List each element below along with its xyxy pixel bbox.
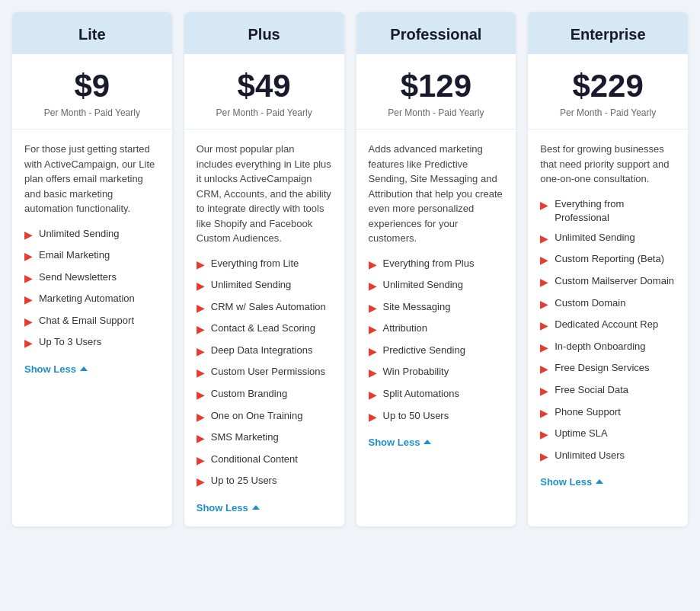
feature-item-professional-5: ▶Win Probability: [369, 365, 504, 381]
plan-price-professional: $129: [369, 68, 504, 104]
feature-text-enterprise-10: Uptime SLA: [555, 427, 607, 440]
plan-body-professional: Adds advanced marketing features like Pr…: [356, 130, 516, 461]
feature-item-plus-5: ▶Custom User Permissions: [197, 365, 332, 381]
chevron-up-icon-plus: [252, 505, 260, 510]
feature-bullet-icon-plus-2: ▶: [197, 301, 205, 316]
feature-bullet-icon-professional-2: ▶: [369, 301, 377, 316]
show-less-button-enterprise[interactable]: Show Less: [540, 476, 603, 488]
feature-text-plus-7: One on One Training: [211, 409, 303, 423]
feature-bullet-icon-enterprise-6: ▶: [540, 341, 548, 356]
feature-text-plus-10: Up to 25 Users: [211, 474, 277, 488]
feature-bullet-icon-plus-9: ▶: [197, 453, 205, 469]
feature-bullet-icon-plus-10: ▶: [197, 475, 205, 490]
feature-text-lite-0: Unlimited Sending: [39, 227, 120, 241]
plan-description-enterprise: Best for growing businesses that need pr…: [540, 142, 676, 187]
show-less-label-professional: Show Less: [369, 437, 420, 448]
feature-text-enterprise-6: In-depth Onboarding: [555, 340, 645, 353]
plan-price-enterprise: $229: [540, 68, 676, 104]
feature-item-lite-0: ▶Unlimited Sending: [24, 227, 160, 243]
feature-text-professional-1: Unlimited Sending: [383, 278, 464, 292]
feature-text-enterprise-3: Custom Mailserver Domain: [555, 274, 674, 288]
feature-item-enterprise-1: ▶Unlimited Sending: [540, 231, 676, 247]
show-less-button-professional[interactable]: Show Less: [369, 437, 432, 448]
feature-bullet-icon-enterprise-10: ▶: [540, 427, 548, 443]
feature-text-professional-7: Up to 50 Users: [383, 409, 449, 423]
feature-text-professional-2: Site Messaging: [383, 300, 451, 314]
plan-description-professional: Adds advanced marketing features like Pr…: [369, 142, 504, 246]
feature-bullet-icon-plus-1: ▶: [197, 279, 205, 294]
feature-item-enterprise-6: ▶In-depth Onboarding: [540, 340, 676, 356]
feature-bullet-icon-plus-8: ▶: [197, 431, 205, 446]
plan-price-section-plus: $49Per Month - Paid Yearly: [184, 54, 344, 130]
show-less-label-lite: Show Less: [24, 363, 76, 375]
feature-text-professional-0: Everything from Plus: [383, 257, 475, 270]
feature-item-plus-0: ▶Everything from Lite: [197, 257, 332, 273]
feature-item-lite-4: ▶Chat & Email Support: [24, 314, 160, 330]
feature-bullet-icon-plus-0: ▶: [197, 258, 205, 273]
feature-bullet-icon-lite-2: ▶: [24, 271, 33, 286]
plan-name-lite: Lite: [24, 26, 160, 43]
feature-item-enterprise-8: ▶Free Social Data: [540, 383, 676, 399]
feature-text-enterprise-11: Unlimited Users: [555, 449, 625, 462]
feature-item-plus-10: ▶Up to 25 Users: [197, 474, 332, 490]
feature-bullet-icon-lite-3: ▶: [24, 293, 33, 308]
feature-text-lite-2: Send Newsletters: [39, 270, 117, 284]
feature-item-enterprise-7: ▶Free Design Services: [540, 361, 676, 377]
plan-name-plus: Plus: [197, 26, 332, 43]
plan-price-plus: $49: [197, 68, 332, 104]
plan-header-lite: Lite: [12, 12, 172, 54]
feature-item-professional-2: ▶Site Messaging: [369, 300, 504, 316]
feature-item-plus-1: ▶Unlimited Sending: [197, 278, 332, 294]
feature-item-enterprise-4: ▶Custom Domain: [540, 296, 676, 312]
feature-text-plus-4: Deep Data Integrations: [211, 344, 313, 357]
feature-text-professional-3: Attribution: [383, 321, 428, 335]
plan-period-enterprise: Per Month - Paid Yearly: [540, 107, 676, 118]
feature-item-enterprise-5: ▶Dedicated Account Rep: [540, 318, 676, 334]
plan-price-lite: $9: [24, 68, 160, 104]
feature-item-plus-3: ▶Contact & Lead Scoring: [197, 321, 332, 337]
feature-text-plus-2: CRM w/ Sales Automation: [211, 300, 326, 314]
plan-card-plus: Plus$49Per Month - Paid YearlyOur most p…: [184, 12, 344, 526]
feature-item-professional-6: ▶Split Automations: [369, 387, 504, 403]
feature-bullet-icon-enterprise-2: ▶: [540, 253, 548, 268]
feature-bullet-icon-enterprise-8: ▶: [540, 384, 548, 399]
feature-bullet-icon-professional-4: ▶: [369, 344, 377, 360]
feature-item-enterprise-11: ▶Unlimited Users: [540, 449, 676, 465]
plan-price-section-lite: $9Per Month - Paid Yearly: [12, 54, 172, 130]
plan-card-professional: Professional$129Per Month - Paid YearlyA…: [356, 12, 516, 526]
feature-item-professional-3: ▶Attribution: [369, 321, 504, 337]
plan-price-section-professional: $129Per Month - Paid Yearly: [356, 54, 516, 130]
feature-text-plus-3: Contact & Lead Scoring: [211, 321, 315, 335]
show-less-label-plus: Show Less: [197, 502, 248, 513]
show-less-button-lite[interactable]: Show Less: [24, 363, 88, 375]
feature-bullet-icon-lite-1: ▶: [24, 249, 33, 264]
feature-item-plus-9: ▶Conditional Content: [197, 453, 332, 469]
show-less-button-plus[interactable]: Show Less: [197, 502, 260, 513]
feature-item-professional-7: ▶Up to 50 Users: [369, 409, 504, 425]
feature-list-lite: ▶Unlimited Sending▶Email Marketing▶Send …: [24, 227, 160, 352]
feature-text-professional-4: Predictive Sending: [383, 344, 465, 357]
feature-item-plus-4: ▶Deep Data Integrations: [197, 344, 332, 360]
feature-bullet-icon-professional-6: ▶: [369, 388, 377, 403]
feature-bullet-icon-enterprise-4: ▶: [540, 297, 548, 312]
feature-bullet-icon-enterprise-3: ▶: [540, 275, 548, 290]
feature-item-lite-3: ▶Marketing Automation: [24, 292, 160, 308]
plan-body-lite: For those just getting started with Acti…: [12, 130, 172, 388]
feature-bullet-icon-professional-0: ▶: [369, 258, 377, 273]
feature-bullet-icon-professional-3: ▶: [369, 322, 377, 337]
feature-text-plus-9: Conditional Content: [211, 453, 298, 466]
feature-item-plus-6: ▶Custom Branding: [197, 387, 332, 403]
feature-bullet-icon-enterprise-1: ▶: [540, 232, 548, 247]
feature-item-enterprise-2: ▶Custom Reporting (Beta): [540, 252, 676, 268]
feature-text-lite-1: Email Marketing: [39, 248, 110, 262]
feature-text-plus-1: Unlimited Sending: [211, 278, 292, 292]
plan-name-enterprise: Enterprise: [540, 26, 676, 43]
chevron-up-icon-enterprise: [596, 479, 603, 484]
feature-bullet-icon-enterprise-5: ▶: [540, 318, 548, 334]
feature-bullet-icon-plus-7: ▶: [197, 410, 205, 425]
plan-header-plus: Plus: [184, 12, 344, 54]
feature-bullet-icon-plus-6: ▶: [197, 388, 205, 403]
feature-text-plus-0: Everything from Lite: [211, 257, 299, 270]
feature-item-plus-8: ▶SMS Marketing: [197, 430, 332, 446]
feature-list-enterprise: ▶Everything from Professional▶Unlimited …: [540, 197, 676, 465]
